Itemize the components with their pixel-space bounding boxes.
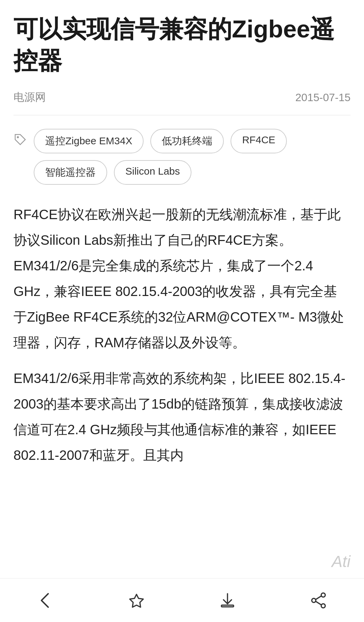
- svg-point-5: [312, 598, 316, 602]
- article-meta: 电源网 2015-07-15: [13, 90, 351, 115]
- tags-wrapper: 遥控Zigbee EM34X低功耗终端RF4CE智能遥控器Silicon Lab…: [34, 129, 351, 185]
- share-icon: [308, 590, 329, 611]
- svg-line-7: [316, 601, 321, 605]
- tag[interactable]: 遥控Zigbee EM34X: [34, 129, 144, 153]
- article-source: 电源网: [13, 90, 46, 105]
- bookmark-icon: [126, 590, 147, 611]
- watermark-text: Ati: [332, 552, 351, 571]
- svg-point-4: [321, 604, 325, 608]
- back-button[interactable]: [0, 579, 91, 622]
- svg-point-0: [17, 136, 19, 138]
- download-button[interactable]: [182, 579, 273, 622]
- article-date: 2015-07-15: [295, 91, 351, 104]
- article-body: RF4CE协议在欧洲兴起一股新的无线潮流标准，基于此协议Silicon Labs…: [13, 202, 351, 468]
- tags-section: 遥控Zigbee EM34X低功耗终端RF4CE智能遥控器Silicon Lab…: [13, 129, 351, 185]
- watermark-area: Ati: [0, 548, 364, 575]
- share-button[interactable]: [273, 579, 364, 622]
- tag-icon: [13, 133, 27, 146]
- svg-point-3: [321, 593, 325, 597]
- bottom-nav: [0, 578, 364, 622]
- tag[interactable]: 低功耗终端: [150, 129, 224, 153]
- download-icon: [217, 590, 238, 611]
- svg-line-6: [316, 596, 321, 599]
- bookmark-button[interactable]: [91, 579, 182, 622]
- article-title: 可以实现信号兼容的Zigbee遥控器: [13, 13, 351, 77]
- svg-rect-2: [221, 605, 234, 607]
- article-paragraph: RF4CE协议在欧洲兴起一股新的无线潮流标准，基于此协议Silicon Labs…: [13, 202, 351, 355]
- svg-marker-1: [130, 594, 143, 607]
- article-container: 可以实现信号兼容的Zigbee遥控器 电源网 2015-07-15 遥控Zigb…: [0, 0, 364, 468]
- article-paragraph: EM341/2/6采用非常高效的系统构架，比IEEE 802.15.4-2003…: [13, 365, 351, 468]
- tag[interactable]: 智能遥控器: [34, 160, 107, 185]
- tag[interactable]: RF4CE: [231, 129, 286, 153]
- back-icon: [35, 590, 56, 611]
- tag[interactable]: Silicon Labs: [114, 160, 191, 185]
